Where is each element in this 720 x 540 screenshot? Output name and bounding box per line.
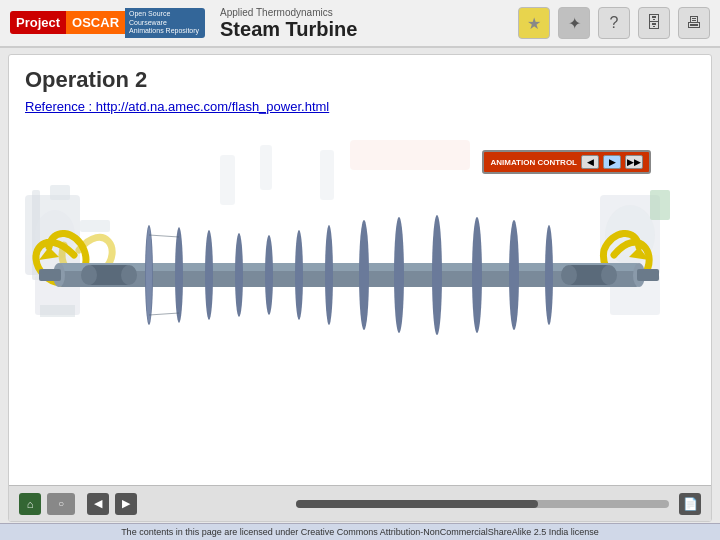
document-icon[interactable]: 📄	[679, 493, 701, 515]
svg-point-30	[325, 225, 333, 325]
logo-subtitle: Open Source Courseware Animations Reposi…	[125, 8, 205, 37]
header-title-area: Applied Thermodynamics Steam Turbine	[220, 7, 518, 40]
header-subtitle: Applied Thermodynamics	[220, 7, 518, 18]
cursor-button[interactable]: ✦	[558, 7, 590, 39]
svg-point-41	[121, 265, 137, 285]
svg-point-27	[235, 233, 243, 317]
bottom-nav: ⌂ ○	[19, 493, 75, 515]
svg-rect-13	[350, 140, 470, 170]
svg-point-35	[509, 220, 519, 330]
header: Project OSCAR Open Source Courseware Ani…	[0, 0, 720, 48]
footer: The contents in this page are licensed u…	[0, 523, 720, 540]
header-icons: ★ ✦ ? 🗄 🖶	[518, 7, 710, 39]
svg-point-40	[81, 265, 97, 285]
svg-point-36	[545, 225, 553, 325]
svg-point-34	[472, 217, 482, 333]
logo-project: Project	[10, 11, 66, 34]
progress-bar-outer	[296, 500, 669, 508]
svg-point-31	[359, 220, 369, 330]
header-title: Steam Turbine	[220, 18, 518, 40]
bottom-bar: ⌂ ○ ◀ ▶ 📄	[9, 485, 711, 521]
svg-point-26	[205, 230, 213, 320]
svg-point-32	[394, 217, 404, 333]
svg-rect-22	[637, 269, 659, 281]
next-button[interactable]: ▶	[115, 493, 137, 515]
progress-bar-inner	[296, 500, 539, 508]
briefcase-button[interactable]: 🗄	[638, 7, 670, 39]
print-button[interactable]: 🖶	[678, 7, 710, 39]
help-button[interactable]: ?	[598, 7, 630, 39]
svg-rect-20	[39, 269, 61, 281]
svg-point-25	[175, 227, 183, 323]
svg-point-43	[561, 265, 577, 285]
star-button[interactable]: ★	[518, 7, 550, 39]
reference-link[interactable]: Reference : http://atd.na.amec.com/flash…	[25, 99, 695, 114]
logo-area: Project OSCAR Open Source Courseware Ani…	[10, 8, 205, 37]
prev-button[interactable]: ◀	[87, 493, 109, 515]
home-button[interactable]: ⌂	[19, 493, 41, 515]
page-indicator: ○	[47, 493, 75, 515]
svg-point-28	[265, 235, 273, 315]
turbine-shaft-svg	[29, 175, 669, 375]
svg-point-44	[601, 265, 617, 285]
operation-title: Operation 2	[25, 67, 695, 93]
svg-line-38	[149, 313, 179, 315]
svg-point-33	[432, 215, 442, 335]
svg-point-24	[146, 227, 152, 323]
footer-text: The contents in this page are licensed u…	[121, 527, 599, 537]
logo-oscar: OSCAR	[66, 11, 125, 34]
svg-point-29	[295, 230, 303, 320]
svg-line-37	[149, 235, 179, 237]
turbine-area: ANIMATION CONTROL ◀ ▶ ▶▶	[9, 135, 711, 415]
nav-controls: ◀ ▶	[87, 493, 274, 515]
